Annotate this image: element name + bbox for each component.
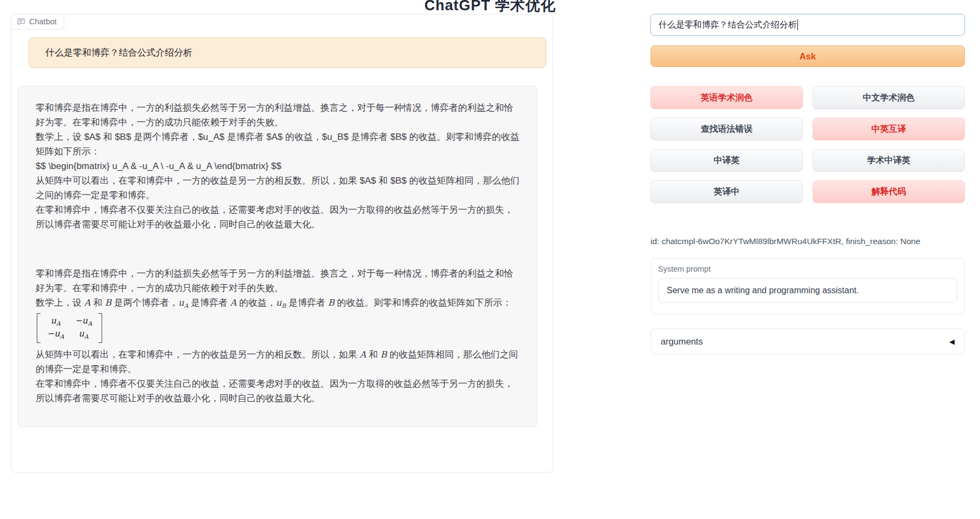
bot-paragraph: 零和博弈是指在博弈中，一方的利益损失必然等于另一方的利益增益。换言之，对于每一种… <box>36 266 520 295</box>
user-message: 什么是零和博弈？结合公式介绍分析 <box>29 37 546 68</box>
bot-latex-source: $$ \begin{bmatrix} u_A & -u_A \ -u_A & u… <box>36 159 520 173</box>
arguments-accordion-label: arguments <box>661 336 703 347</box>
payoff-matrix: uA −uA −uA uA <box>37 313 102 343</box>
status-text: id: chatcmpl-6wOo7KrYTwMl89lbrMWRu4UkFFX… <box>650 237 965 246</box>
bot-paragraph: 在零和博弈中，博弈者不仅要关注自己的收益，还需要考虑对手的收益。因为一方取得的收… <box>36 203 520 232</box>
chatbot-label: Chatbot <box>11 15 64 30</box>
bot-paragraph-with-math: 从矩阵中可以看出，在零和博弈中，一方的收益是另一方的相反数。所以，如果 A 和 … <box>36 347 520 376</box>
system-prompt-input[interactable]: Serve me as a writing and programming as… <box>658 278 957 303</box>
page-title: ChatGPT 学术优化 <box>0 0 980 16</box>
chat-bubble-icon <box>17 17 25 26</box>
find-grammar-errors-button[interactable]: 查找语法错误 <box>650 118 803 140</box>
bot-paragraph: 数学上，设 $A$ 和 $B$ 是两个博弈者，$u_A$ 是博弈者 $A$ 的收… <box>36 130 520 159</box>
explain-code-button[interactable]: 解释代码 <box>813 180 965 203</box>
english-academic-polish-button[interactable]: 英语学术润色 <box>650 86 803 109</box>
matrix-right-bracket <box>98 313 102 343</box>
bot-paragraph: 从矩阵中可以看出，在零和博弈中，一方的收益是另一方的相反数。所以，如果 $A$ … <box>36 173 520 203</box>
question-input[interactable]: 什么是零和博弈？结合公式介绍分析 <box>650 14 965 36</box>
bot-answer-raw: 零和博弈是指在博弈中，一方的利益损失必然等于另一方的利益增益。换言之，对于每一种… <box>36 100 520 232</box>
text-cursor <box>797 19 798 30</box>
bot-section-gap <box>36 232 520 266</box>
ask-button[interactable]: Ask <box>650 45 965 67</box>
function-button-grid: 英语学术润色 中文学术润色 查找语法错误 中英互译 中译英 学术中译英 英译中 … <box>650 86 965 203</box>
bot-paragraph: 零和博弈是指在博弈中，一方的利益损失必然等于另一方的利益增益。换言之，对于每一种… <box>36 100 520 130</box>
bot-answer-rendered: 零和博弈是指在博弈中，一方的利益损失必然等于另一方的利益增益。换言之，对于每一种… <box>36 266 520 406</box>
matrix-cell: uA <box>47 315 64 328</box>
chatbot-panel: Chatbot 什么是零和博弈？结合公式介绍分析 零和博弈是指在博弈中，一方的利… <box>11 14 553 473</box>
system-prompt-value: Serve me as a writing and programming as… <box>667 286 859 295</box>
matrix-cell: −uA <box>47 328 64 341</box>
bot-paragraph-with-math: 数学上，设 A 和 B 是两个博弈者，uA 是博弈者 A 的收益，uB 是博弈者… <box>36 295 520 311</box>
system-prompt-label: System prompt <box>658 265 957 273</box>
zh-to-en-button[interactable]: 中译英 <box>650 149 803 172</box>
bot-paragraph: 在零和博弈中，博弈者不仅要关注自己的收益，还需要考虑对手的收益。因为一方取得的收… <box>36 376 520 406</box>
chatbot-label-text: Chatbot <box>29 17 57 26</box>
en-to-zh-button[interactable]: 英译中 <box>650 180 803 203</box>
collapse-arrow-icon: ◀ <box>949 338 955 346</box>
academic-zh-to-en-button[interactable]: 学术中译英 <box>813 149 965 172</box>
arguments-accordion-header[interactable]: arguments ◀ <box>650 328 965 354</box>
matrix-cell: uA <box>75 328 92 341</box>
user-message-text: 什么是零和博弈？结合公式介绍分析 <box>45 46 192 59</box>
bot-message: 零和博弈是指在博弈中，一方的利益损失必然等于另一方的利益增益。换言之，对于每一种… <box>18 86 538 427</box>
system-prompt-block: System prompt Serve me as a writing and … <box>650 258 965 314</box>
matrix-cell: −uA <box>75 315 92 328</box>
matrix-left-bracket <box>37 313 41 343</box>
zh-en-mutual-translate-button[interactable]: 中英互译 <box>813 118 965 140</box>
question-input-value: 什么是零和博弈？结合公式介绍分析 <box>659 19 797 31</box>
chinese-academic-polish-button[interactable]: 中文学术润色 <box>813 86 965 109</box>
